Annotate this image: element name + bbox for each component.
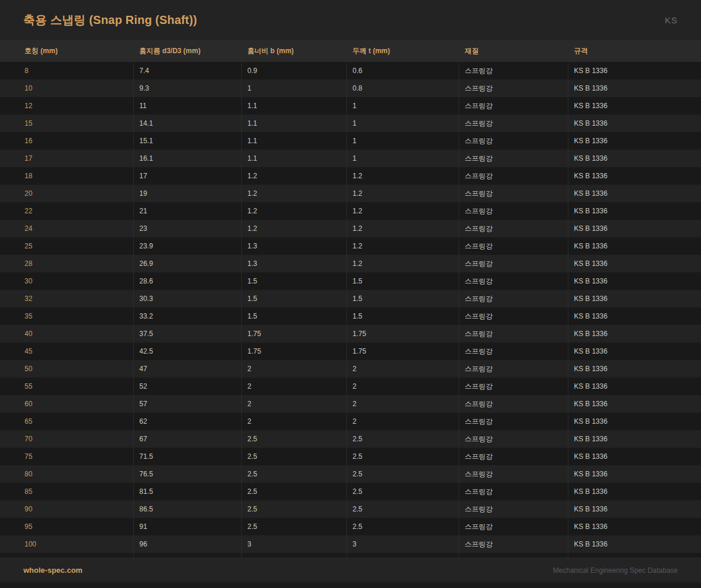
table-cell: 스프링강	[459, 167, 568, 185]
table-cell: KS B 1336	[568, 465, 701, 483]
cell-nominal-size: 28	[0, 255, 133, 272]
cell-nominal-size: 22	[0, 202, 133, 220]
table-cell: KS B 1336	[568, 325, 701, 343]
table-cell: 1.1	[241, 97, 346, 115]
table-cell: 23	[133, 220, 241, 237]
table-cell: 15.1	[133, 132, 241, 150]
table-cell: 스프링강	[459, 378, 568, 395]
table-cell: KS B 1336	[568, 132, 701, 150]
table-cell: 1.2	[346, 167, 459, 185]
table-cell: 스프링강	[459, 395, 568, 413]
table-cell: 1.75	[346, 325, 459, 343]
standard-badge: KS	[665, 15, 678, 25]
table-cell: 2.5	[346, 500, 459, 518]
table-cell: KS B 1336	[568, 272, 701, 290]
table-cell: 2	[346, 413, 459, 430]
cell-nominal-size: 85	[0, 483, 133, 500]
table-cell: 1.1	[241, 115, 346, 132]
cell-nominal-size: 24	[0, 220, 133, 237]
cell-nominal-size: 45	[0, 343, 133, 360]
table-cell: 30.3	[133, 290, 241, 307]
table-cell: 스프링강	[459, 202, 568, 220]
page: 축용 스냅링 (Snap Ring (Shaft)) KS 호칭 (mm)홈지름…	[0, 0, 701, 588]
table-cell: 1.3	[241, 237, 346, 255]
cell-nominal-size: 12	[0, 97, 133, 115]
cell-nominal-size: 80	[0, 465, 133, 483]
cell-nominal-size: 70	[0, 430, 133, 448]
table-cell: 스프링강	[459, 430, 568, 448]
table-cell: KS B 1336	[568, 255, 701, 272]
table-cell: 1	[241, 79, 346, 97]
cell-nominal-size: 65	[0, 413, 133, 430]
table-cell: 2.5	[346, 448, 459, 465]
table-row: 4542.51.751.75스프링강KS B 1336	[0, 343, 701, 360]
table-row: 95912.52.5스프링강KS B 1336	[0, 518, 701, 535]
cell-nominal-size: 8	[0, 62, 133, 79]
table-cell: KS B 1336	[568, 237, 701, 255]
column-header-3: 두께 t (mm)	[346, 41, 459, 62]
table-cell: 스프링강	[459, 272, 568, 290]
table-row: 1009633스프링강KS B 1336	[0, 535, 701, 553]
table-row: 7571.52.52.5스프링강KS B 1336	[0, 448, 701, 465]
table-cell: 1.2	[241, 167, 346, 185]
cell-nominal-size: 35	[0, 307, 133, 325]
table-cell: 62	[133, 413, 241, 430]
table-cell: 2.5	[241, 430, 346, 448]
cell-nominal-size: 32	[0, 290, 133, 307]
table-row: 1615.11.11스프링강KS B 1336	[0, 132, 701, 150]
table-cell: 스프링강	[459, 307, 568, 325]
page-title: 축용 스냅링 (Snap Ring (Shaft))	[23, 12, 197, 28]
cell-nominal-size: 10	[0, 79, 133, 97]
table-cell: 1	[346, 115, 459, 132]
table-cell: 14.1	[133, 115, 241, 132]
table-cell: 2.5	[241, 518, 346, 535]
table-cell: KS B 1336	[568, 290, 701, 307]
table-cell: 1.75	[346, 343, 459, 360]
table-cell: KS B 1336	[568, 79, 701, 97]
table-cell: KS B 1336	[568, 220, 701, 237]
cell-nominal-size: 75	[0, 448, 133, 465]
column-header-2: 홈너비 b (mm)	[241, 41, 346, 62]
table-header: 호칭 (mm)홈지름 d3/D3 (mm)홈너비 b (mm)두께 t (mm)…	[0, 41, 701, 62]
cell-nominal-size: 50	[0, 360, 133, 378]
table-row: 3533.21.51.5스프링강KS B 1336	[0, 307, 701, 325]
table-cell: 19	[133, 185, 241, 202]
table-cell: KS B 1336	[568, 307, 701, 325]
table-row: 2826.91.31.2스프링강KS B 1336	[0, 255, 701, 272]
partial-cell	[346, 553, 459, 558]
table-cell: KS B 1336	[568, 413, 701, 430]
table-cell: 2.5	[241, 465, 346, 483]
table-row: 87.40.90.6스프링강KS B 1336	[0, 62, 701, 79]
table-cell: 21	[133, 202, 241, 220]
cell-nominal-size: 16	[0, 132, 133, 150]
table-row: 504722스프링강KS B 1336	[0, 360, 701, 378]
table-cell: 3	[346, 535, 459, 553]
partial-cell	[0, 553, 133, 558]
table-cell: 스프링강	[459, 483, 568, 500]
table-cell: KS B 1336	[568, 360, 701, 378]
table-cell: KS B 1336	[568, 430, 701, 448]
table-cell: 0.8	[346, 79, 459, 97]
table-cell: 2	[241, 395, 346, 413]
footer-tagline: Mechanical Engineering Spec Database	[553, 566, 678, 575]
table-row: 2523.91.31.2스프링강KS B 1336	[0, 237, 701, 255]
cell-nominal-size: 60	[0, 395, 133, 413]
table-row: 9086.52.52.5스프링강KS B 1336	[0, 500, 701, 518]
table-row: 20191.21.2스프링강KS B 1336	[0, 185, 701, 202]
table-cell: 스프링강	[459, 343, 568, 360]
cell-nominal-size: 17	[0, 150, 133, 167]
table-cell: 스프링강	[459, 535, 568, 553]
column-header-4: 재질	[459, 41, 568, 62]
clipped-partial-row	[0, 553, 701, 558]
table-cell: 1.2	[346, 185, 459, 202]
table-cell: 33.2	[133, 307, 241, 325]
partial-cell	[568, 553, 701, 558]
cell-nominal-size: 30	[0, 272, 133, 290]
table-row: 12111.11스프링강KS B 1336	[0, 97, 701, 115]
table-cell: 1.75	[241, 343, 346, 360]
table-cell: 1.5	[346, 307, 459, 325]
table-cell: KS B 1336	[568, 500, 701, 518]
table-cell: 1.2	[346, 237, 459, 255]
table-cell: 0.9	[241, 62, 346, 79]
table-row: 1716.11.11스프링강KS B 1336	[0, 150, 701, 167]
